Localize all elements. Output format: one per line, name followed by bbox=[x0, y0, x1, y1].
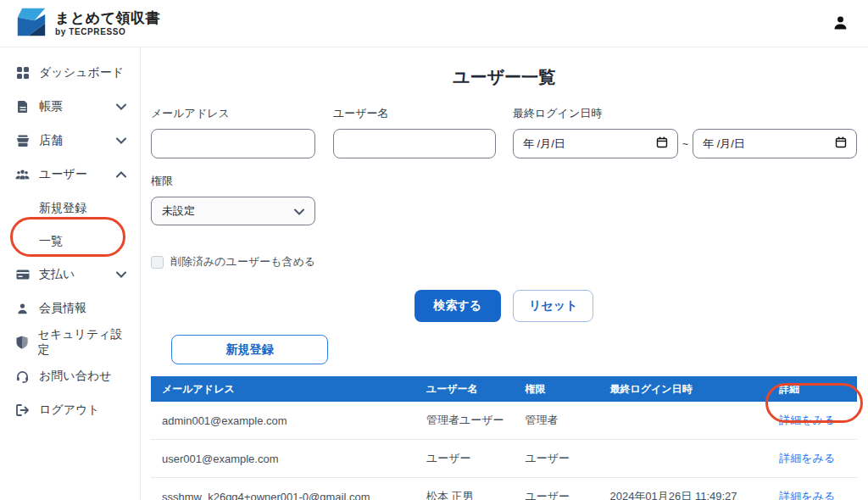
email-filter-label: メールアドレス bbox=[151, 106, 315, 121]
layout: ダッシュボード 帳票 bbox=[0, 47, 868, 500]
cell-last-login: 2024年01月26日 11:49:27 bbox=[609, 489, 779, 500]
top-header: まとめて領収書 by TECPRESSO bbox=[0, 0, 868, 47]
role-selected-value: 未設定 bbox=[162, 203, 195, 219]
date-placeholder: 年 /月/日 bbox=[523, 136, 565, 152]
app-root: まとめて領収書 by TECPRESSO ダッシュボード bbox=[0, 0, 868, 500]
cell-role: ユーザー bbox=[525, 451, 609, 466]
detail-link[interactable]: 詳細をみる bbox=[779, 452, 835, 464]
role-filter-label: 権限 bbox=[151, 174, 857, 189]
page-title: ユーザー一覧 bbox=[151, 66, 857, 89]
role-filter: 権限 未設定 bbox=[151, 174, 857, 225]
new-registration-button[interactable]: 新規登録 bbox=[171, 335, 328, 364]
username-filter-label: ユーザー名 bbox=[333, 106, 496, 121]
cell-email: admin001@example.com bbox=[151, 414, 426, 427]
date-range-separator: ~ bbox=[682, 138, 688, 150]
main-content: ユーザー一覧 メールアドレス ユーザー名 最終ログイン日時 年 /月/日 bbox=[141, 47, 868, 500]
user-table: メールアドレス ユーザー名 権限 最終ログイン日時 詳細 admin001@ex… bbox=[151, 376, 857, 500]
account-icon[interactable] bbox=[832, 14, 849, 32]
sidebar-item-label: ログアウト bbox=[39, 403, 100, 418]
headset-icon bbox=[15, 370, 30, 383]
filter-actions: 検索する リセット bbox=[151, 290, 857, 322]
cell-role: ユーザー bbox=[525, 489, 609, 500]
calendar-icon[interactable] bbox=[835, 136, 847, 151]
chevron-down-icon bbox=[116, 137, 126, 144]
sidebar-item-label: 支払い bbox=[39, 267, 75, 282]
col-header-username: ユーザー名 bbox=[426, 382, 526, 397]
sidebar-subitem-new-registration[interactable]: 新規登録 bbox=[0, 192, 140, 225]
chevron-down-icon bbox=[294, 205, 304, 218]
document-icon bbox=[15, 100, 30, 114]
store-icon bbox=[15, 135, 30, 147]
username-filter-input[interactable] bbox=[333, 129, 496, 158]
col-header-email: メールアドレス bbox=[151, 382, 426, 397]
cell-username: 松本 正男 bbox=[426, 489, 526, 500]
calendar-icon[interactable] bbox=[656, 136, 668, 151]
cell-username: ユーザー bbox=[426, 451, 526, 466]
include-deleted-row: 削除済みのユーザーも含める bbox=[151, 254, 857, 269]
role-select[interactable]: 未設定 bbox=[151, 197, 315, 225]
search-button[interactable]: 検索する bbox=[415, 290, 502, 322]
table-row: ssshmw_k26qg4+owner001-0@gmail.com 松本 正男… bbox=[151, 478, 857, 500]
app-byline: by TECPRESSO bbox=[55, 27, 160, 37]
cell-username: 管理者ユーザー bbox=[426, 413, 526, 428]
card-icon bbox=[15, 269, 30, 280]
sidebar-subitem-label: 一覧 bbox=[39, 234, 63, 249]
table-row: user001@example.com ユーザー ユーザー 詳細をみる bbox=[151, 440, 857, 478]
sidebar-item-dashboard[interactable]: ダッシュボード bbox=[0, 56, 140, 90]
sidebar-item-stores[interactable]: 店舗 bbox=[0, 124, 140, 158]
dashboard-icon bbox=[15, 66, 30, 80]
last-login-to-date-input[interactable]: 年 /月/日 bbox=[693, 129, 857, 158]
sidebar-item-security[interactable]: セキュリティ設定 bbox=[0, 325, 140, 359]
chevron-down-icon bbox=[116, 103, 126, 110]
sidebar-item-users[interactable]: ユーザー bbox=[0, 158, 140, 192]
include-deleted-label: 削除済みのユーザーも含める bbox=[170, 254, 315, 269]
detail-link[interactable]: 詳細をみる bbox=[779, 490, 835, 500]
cell-role: 管理者 bbox=[525, 413, 609, 428]
shield-icon bbox=[15, 336, 29, 349]
detail-link[interactable]: 詳細をみる bbox=[779, 414, 835, 426]
include-deleted-checkbox[interactable] bbox=[151, 256, 164, 269]
email-filter-input[interactable] bbox=[151, 129, 315, 158]
cell-email: user001@example.com bbox=[151, 453, 426, 465]
sidebar-item-label: 会員情報 bbox=[39, 301, 86, 316]
last-login-filter-label: 最終ログイン日時 bbox=[513, 106, 857, 121]
member-icon bbox=[15, 303, 30, 315]
app-logo-icon bbox=[15, 7, 47, 41]
sidebar-item-label: ダッシュボード bbox=[39, 65, 124, 81]
col-header-last-login: 最終ログイン日時 bbox=[609, 382, 779, 397]
col-header-role: 権限 bbox=[525, 382, 609, 397]
sidebar-item-payment[interactable]: 支払い bbox=[0, 258, 140, 292]
table-header-row: メールアドレス ユーザー名 権限 最終ログイン日時 詳細 bbox=[151, 376, 857, 402]
sidebar-subitem-user-list[interactable]: 一覧 bbox=[0, 225, 140, 258]
sidebar-item-label: お問い合わせ bbox=[39, 369, 111, 384]
sidebar-item-forms[interactable]: 帳票 bbox=[0, 90, 140, 124]
cell-email: ssshmw_k26qg4+owner001-0@gmail.com bbox=[151, 491, 426, 500]
chevron-down-icon bbox=[116, 271, 126, 278]
chevron-up-icon bbox=[116, 171, 126, 178]
filter-row: メールアドレス ユーザー名 最終ログイン日時 年 /月/日 bbox=[151, 106, 857, 158]
sidebar-item-label: 帳票 bbox=[39, 99, 63, 114]
table-row: admin001@example.com 管理者ユーザー 管理者 詳細をみる bbox=[151, 402, 857, 440]
logout-icon bbox=[15, 404, 30, 416]
sidebar-subitem-label: 新規登録 bbox=[39, 201, 86, 216]
brand-home-link[interactable]: まとめて領収書 by TECPRESSO bbox=[15, 7, 160, 41]
app-title: まとめて領収書 bbox=[55, 10, 160, 27]
reset-button[interactable]: リセット bbox=[513, 290, 593, 322]
col-header-detail: 詳細 bbox=[779, 382, 857, 397]
last-login-from-date-input[interactable]: 年 /月/日 bbox=[513, 129, 678, 158]
sidebar-item-label: セキュリティ設定 bbox=[38, 327, 126, 358]
sidebar-item-member-info[interactable]: 会員情報 bbox=[0, 292, 140, 325]
sidebar-item-logout[interactable]: ログアウト bbox=[0, 393, 140, 427]
users-icon bbox=[15, 169, 30, 181]
sidebar-item-label: 店舗 bbox=[39, 133, 63, 148]
sidebar-item-label: ユーザー bbox=[39, 167, 87, 182]
sidebar: ダッシュボード 帳票 bbox=[0, 47, 141, 500]
sidebar-item-contact[interactable]: お問い合わせ bbox=[0, 359, 140, 393]
date-placeholder: 年 /月/日 bbox=[703, 136, 745, 152]
register-row: 新規登録 bbox=[151, 335, 857, 364]
